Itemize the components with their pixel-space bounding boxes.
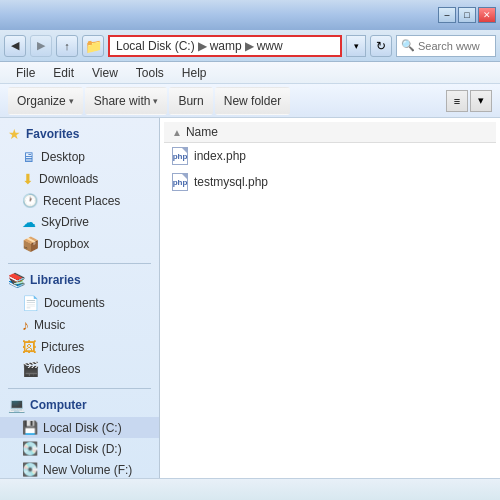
sidebar-label-disk-f: New Volume (F:) (43, 463, 132, 477)
sidebar-label-recent: Recent Places (43, 194, 120, 208)
sidebar-item-local-disk-c[interactable]: 💾 Local Disk (C:) (0, 417, 159, 438)
downloads-icon: ⬇ (22, 171, 34, 187)
file-list: ▲ Name php index.php php testmysql.php (160, 118, 500, 478)
drive-d-icon: 💽 (22, 441, 38, 456)
name-column-header[interactable]: Name (186, 125, 218, 139)
libraries-title: Libraries (30, 273, 81, 287)
sidebar-label-disk-c: Local Disk (C:) (43, 421, 122, 435)
menu-tools[interactable]: Tools (128, 64, 172, 82)
sidebar-section-favorites: ★ Favorites 🖥 Desktop ⬇ Downloads 🕐 Rece… (0, 122, 159, 255)
path-disk: Local Disk (C:) (116, 39, 195, 53)
share-with-dropdown-icon: ▾ (153, 96, 158, 106)
close-button[interactable]: ✕ (478, 7, 496, 23)
menu-bar: File Edit View Tools Help (0, 62, 500, 84)
computer-header[interactable]: 💻 Computer (0, 393, 159, 417)
address-path[interactable]: Name Local Disk (C:) ▶ wamp ▶ www (108, 35, 342, 57)
forward-button[interactable]: ▶ (30, 35, 52, 57)
file-list-header[interactable]: ▲ Name (164, 122, 496, 143)
new-folder-label: New folder (224, 94, 281, 108)
back-icon: ◀ (11, 39, 19, 52)
favorites-star-icon: ★ (8, 126, 21, 142)
skydrive-icon: ☁ (22, 214, 36, 230)
sidebar-item-new-volume-f[interactable]: 💽 New Volume (F:) (0, 459, 159, 478)
sidebar-label-videos: Videos (44, 362, 80, 376)
organize-dropdown-icon: ▾ (69, 96, 74, 106)
sidebar-label-disk-d: Local Disk (D:) (43, 442, 122, 456)
libraries-header[interactable]: 📚 Libraries (0, 268, 159, 292)
toolbar: Organize ▾ Share with ▾ Burn New folder … (0, 84, 500, 118)
videos-icon: 🎬 (22, 361, 39, 377)
view-dropdown-icon: ▾ (478, 94, 484, 107)
sidebar-item-documents[interactable]: 📄 Documents (0, 292, 159, 314)
divider-2 (8, 388, 151, 389)
refresh-icon: ↻ (376, 39, 386, 53)
divider-1 (8, 263, 151, 264)
drive-c-icon: 💾 (22, 420, 38, 435)
up-icon: ↑ (64, 40, 70, 52)
sidebar-label-desktop: Desktop (41, 150, 85, 164)
sidebar-label-downloads: Downloads (39, 172, 98, 186)
view-toggle-button[interactable]: ≡ (446, 90, 468, 112)
folder-icon: 📁 (82, 35, 104, 57)
sidebar-section-computer: 💻 Computer 💾 Local Disk (C:) 💽 Local Dis… (0, 393, 159, 478)
new-folder-button[interactable]: New folder (215, 87, 290, 115)
sidebar-item-pictures[interactable]: 🖼 Pictures (0, 336, 159, 358)
refresh-button[interactable]: ↻ (370, 35, 392, 57)
main-area: ★ Favorites 🖥 Desktop ⬇ Downloads 🕐 Rece… (0, 118, 500, 478)
sidebar-label-dropbox: Dropbox (44, 237, 89, 251)
name-column-label: Name (186, 125, 218, 139)
burn-button[interactable]: Burn (169, 87, 212, 115)
organize-button[interactable]: Organize ▾ (8, 87, 83, 115)
computer-title: Computer (30, 398, 87, 412)
share-with-label: Share with (94, 94, 151, 108)
music-icon: ♪ (22, 317, 29, 333)
up-button[interactable]: ↑ (56, 35, 78, 57)
sidebar-item-videos[interactable]: 🎬 Videos (0, 358, 159, 380)
drive-f-icon: 💽 (22, 462, 38, 477)
sidebar-label-music: Music (34, 318, 65, 332)
sidebar-item-skydrive[interactable]: ☁ SkyDrive (0, 211, 159, 233)
sidebar-item-local-disk-d[interactable]: 💽 Local Disk (D:) (0, 438, 159, 459)
path-wamp: wamp (210, 39, 242, 53)
sidebar-item-recent-places[interactable]: 🕐 Recent Places (0, 190, 159, 211)
sidebar-item-desktop[interactable]: 🖥 Desktop (0, 146, 159, 168)
share-with-button[interactable]: Share with ▾ (85, 87, 168, 115)
sidebar-item-music[interactable]: ♪ Music (0, 314, 159, 336)
sidebar-label-documents: Documents (44, 296, 105, 310)
address-bar-area: ◀ ▶ ↑ 📁 Name Local Disk (C:) ▶ wamp ▶ ww… (0, 30, 500, 62)
burn-label: Burn (178, 94, 203, 108)
forward-icon: ▶ (37, 39, 45, 52)
file-item-index-php[interactable]: php index.php (164, 143, 496, 169)
minimize-button[interactable]: – (438, 7, 456, 23)
view-toggle-icon: ≡ (454, 95, 460, 107)
status-bar (0, 478, 500, 500)
desktop-icon: 🖥 (22, 149, 36, 165)
library-icon: 📚 (8, 272, 25, 288)
sidebar-label-skydrive: SkyDrive (41, 215, 89, 229)
menu-edit[interactable]: Edit (45, 64, 82, 82)
sidebar-item-dropbox[interactable]: 📦 Dropbox (0, 233, 159, 255)
organize-label: Organize (17, 94, 66, 108)
search-input[interactable] (418, 40, 488, 52)
sort-arrow-icon: ▲ (172, 127, 182, 138)
maximize-button[interactable]: □ (458, 7, 476, 23)
sidebar-item-downloads[interactable]: ⬇ Downloads (0, 168, 159, 190)
pictures-icon: 🖼 (22, 339, 36, 355)
file-icon-index-php: php (172, 147, 188, 165)
dropbox-icon: 📦 (22, 236, 39, 252)
path-sep-1: ▶ (198, 39, 207, 53)
search-icon: 🔍 (401, 39, 415, 52)
file-icon-testmysql-php: php (172, 173, 188, 191)
menu-help[interactable]: Help (174, 64, 215, 82)
menu-view[interactable]: View (84, 64, 126, 82)
menu-file[interactable]: File (8, 64, 43, 82)
sidebar-label-pictures: Pictures (41, 340, 84, 354)
view-dropdown-button[interactable]: ▾ (470, 90, 492, 112)
file-name-testmysql-php: testmysql.php (194, 175, 268, 189)
search-box[interactable]: 🔍 (396, 35, 496, 57)
back-button[interactable]: ◀ (4, 35, 26, 57)
path-sep-2: ▶ (245, 39, 254, 53)
favorites-header[interactable]: ★ Favorites (0, 122, 159, 146)
file-item-testmysql-php[interactable]: php testmysql.php (164, 169, 496, 195)
address-dropdown[interactable]: ▾ (346, 35, 366, 57)
